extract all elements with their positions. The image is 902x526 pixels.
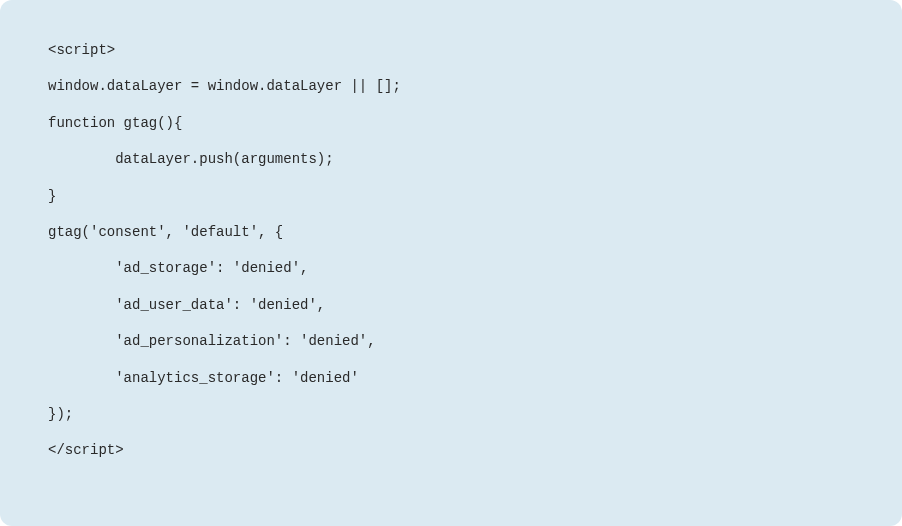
code-line: 'ad_storage': 'denied',	[48, 250, 854, 286]
code-line: <script>	[48, 32, 854, 68]
code-line: }	[48, 178, 854, 214]
code-line: window.dataLayer = window.dataLayer || […	[48, 68, 854, 104]
code-line: gtag('consent', 'default', {	[48, 214, 854, 250]
code-line: 'ad_user_data': 'denied',	[48, 287, 854, 323]
code-line: dataLayer.push(arguments);	[48, 141, 854, 177]
code-line: 'ad_personalization': 'denied',	[48, 323, 854, 359]
code-block: <script> window.dataLayer = window.dataL…	[0, 0, 902, 526]
code-line: });	[48, 396, 854, 432]
code-line: 'analytics_storage': 'denied'	[48, 360, 854, 396]
code-line: </script>	[48, 432, 854, 468]
code-line: function gtag(){	[48, 105, 854, 141]
